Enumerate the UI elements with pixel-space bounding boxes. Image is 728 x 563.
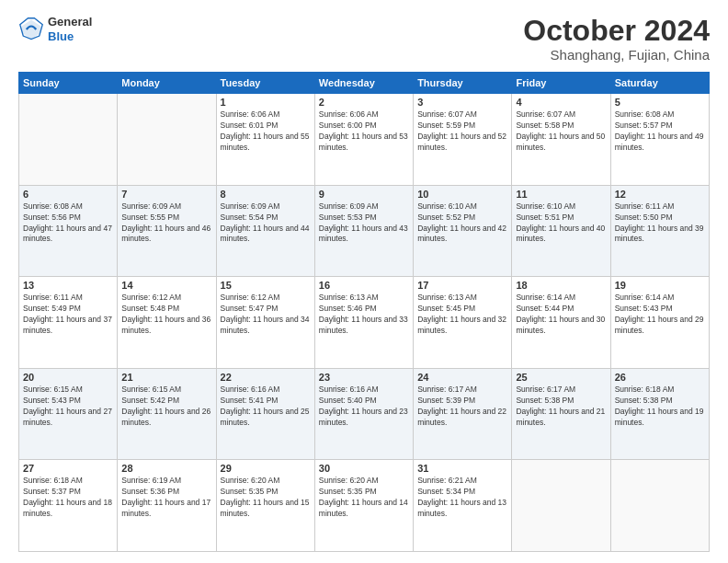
- day-info: Sunrise: 6:14 AM Sunset: 5:44 PM Dayligh…: [516, 293, 606, 337]
- day-info: Sunrise: 6:08 AM Sunset: 5:57 PM Dayligh…: [615, 109, 705, 154]
- day-number: 13: [23, 280, 113, 291]
- calendar-day-cell: 2Sunrise: 6:06 AM Sunset: 6:00 PM Daylig…: [314, 94, 413, 186]
- calendar-day-cell: 18Sunrise: 6:14 AM Sunset: 5:44 PM Dayli…: [512, 277, 610, 369]
- calendar-day-cell: 4Sunrise: 6:07 AM Sunset: 5:58 PM Daylig…: [512, 94, 610, 186]
- calendar-day-cell: 10Sunrise: 6:10 AM Sunset: 5:52 PM Dayli…: [414, 185, 512, 277]
- day-number: 18: [516, 280, 606, 291]
- calendar-day-cell: [19, 94, 118, 186]
- calendar-day-cell: 1Sunrise: 6:06 AM Sunset: 6:01 PM Daylig…: [216, 94, 314, 186]
- day-number: 15: [221, 280, 311, 291]
- calendar-week-row: 27Sunrise: 6:18 AM Sunset: 5:37 PM Dayli…: [19, 460, 710, 552]
- day-number: 1: [221, 97, 311, 108]
- day-number: 17: [417, 280, 507, 291]
- weekday-header: Wednesday: [314, 73, 413, 94]
- day-info: Sunrise: 6:16 AM Sunset: 5:41 PM Dayligh…: [221, 385, 311, 429]
- day-number: 24: [417, 372, 507, 383]
- location-subtitle: Shanghang, Fujian, China: [523, 47, 710, 63]
- day-number: 11: [516, 189, 606, 200]
- day-number: 8: [221, 189, 311, 200]
- day-number: 27: [23, 463, 113, 474]
- calendar-day-cell: 9Sunrise: 6:09 AM Sunset: 5:53 PM Daylig…: [314, 185, 413, 277]
- day-info: Sunrise: 6:11 AM Sunset: 5:50 PM Dayligh…: [615, 201, 705, 246]
- calendar-day-cell: 7Sunrise: 6:09 AM Sunset: 5:55 PM Daylig…: [118, 185, 216, 277]
- day-info: Sunrise: 6:13 AM Sunset: 5:45 PM Dayligh…: [417, 293, 507, 337]
- day-number: 9: [319, 189, 409, 200]
- day-info: Sunrise: 6:15 AM Sunset: 5:42 PM Dayligh…: [121, 385, 211, 429]
- calendar-day-cell: [118, 94, 216, 186]
- day-number: 12: [615, 189, 705, 200]
- day-number: 14: [121, 280, 211, 291]
- day-number: 20: [23, 372, 113, 383]
- calendar-day-cell: 17Sunrise: 6:13 AM Sunset: 5:45 PM Dayli…: [414, 277, 512, 369]
- calendar-day-cell: 3Sunrise: 6:07 AM Sunset: 5:59 PM Daylig…: [414, 94, 512, 186]
- day-info: Sunrise: 6:21 AM Sunset: 5:34 PM Dayligh…: [417, 476, 507, 520]
- calendar-day-cell: 30Sunrise: 6:20 AM Sunset: 5:35 PM Dayli…: [314, 460, 413, 552]
- calendar-week-row: 1Sunrise: 6:06 AM Sunset: 6:01 PM Daylig…: [19, 94, 710, 186]
- calendar-day-cell: 24Sunrise: 6:17 AM Sunset: 5:39 PM Dayli…: [414, 368, 512, 460]
- day-info: Sunrise: 6:10 AM Sunset: 5:52 PM Dayligh…: [417, 201, 507, 246]
- weekday-header: Friday: [512, 73, 610, 94]
- calendar-table: SundayMondayTuesdayWednesdayThursdayFrid…: [18, 72, 710, 552]
- month-year-title: October 2024: [523, 15, 710, 47]
- weekday-header: Sunday: [19, 73, 118, 94]
- calendar-day-cell: 28Sunrise: 6:19 AM Sunset: 5:36 PM Dayli…: [118, 460, 216, 552]
- day-info: Sunrise: 6:11 AM Sunset: 5:49 PM Dayligh…: [23, 293, 113, 337]
- day-number: 26: [615, 372, 705, 383]
- day-info: Sunrise: 6:07 AM Sunset: 5:58 PM Dayligh…: [516, 109, 606, 154]
- day-info: Sunrise: 6:09 AM Sunset: 5:55 PM Dayligh…: [121, 201, 211, 246]
- day-info: Sunrise: 6:15 AM Sunset: 5:43 PM Dayligh…: [23, 385, 113, 429]
- logo-icon: [18, 17, 44, 42]
- day-info: Sunrise: 6:09 AM Sunset: 5:54 PM Dayligh…: [221, 201, 311, 246]
- calendar-day-cell: 15Sunrise: 6:12 AM Sunset: 5:47 PM Dayli…: [216, 277, 314, 369]
- calendar-day-cell: 13Sunrise: 6:11 AM Sunset: 5:49 PM Dayli…: [19, 277, 118, 369]
- day-number: 3: [417, 97, 507, 108]
- day-number: 19: [615, 280, 705, 291]
- logo-text: General Blue: [48, 15, 92, 43]
- day-info: Sunrise: 6:14 AM Sunset: 5:43 PM Dayligh…: [615, 293, 705, 337]
- day-number: 23: [319, 372, 409, 383]
- title-block: October 2024 Shanghang, Fujian, China: [523, 15, 710, 63]
- day-number: 22: [221, 372, 311, 383]
- day-info: Sunrise: 6:12 AM Sunset: 5:48 PM Dayligh…: [121, 293, 211, 337]
- calendar-day-cell: 29Sunrise: 6:20 AM Sunset: 5:35 PM Dayli…: [216, 460, 314, 552]
- day-number: 5: [615, 97, 705, 108]
- calendar-day-cell: 6Sunrise: 6:08 AM Sunset: 5:56 PM Daylig…: [19, 185, 118, 277]
- calendar-day-cell: 14Sunrise: 6:12 AM Sunset: 5:48 PM Dayli…: [118, 277, 216, 369]
- day-number: 29: [221, 463, 311, 474]
- day-info: Sunrise: 6:06 AM Sunset: 6:01 PM Dayligh…: [221, 109, 311, 154]
- day-info: Sunrise: 6:08 AM Sunset: 5:56 PM Dayligh…: [23, 201, 113, 246]
- day-info: Sunrise: 6:12 AM Sunset: 5:47 PM Dayligh…: [221, 293, 311, 337]
- day-info: Sunrise: 6:13 AM Sunset: 5:46 PM Dayligh…: [319, 293, 409, 337]
- calendar-day-cell: 5Sunrise: 6:08 AM Sunset: 5:57 PM Daylig…: [610, 94, 709, 186]
- weekday-header: Tuesday: [216, 73, 314, 94]
- weekday-header: Saturday: [610, 73, 709, 94]
- weekday-header: Monday: [118, 73, 216, 94]
- day-number: 28: [121, 463, 211, 474]
- day-number: 21: [121, 372, 211, 383]
- logo: General Blue: [18, 15, 92, 43]
- calendar-day-cell: [610, 460, 709, 552]
- page: General Blue October 2024 Shanghang, Fuj…: [0, 0, 728, 563]
- day-number: 25: [516, 372, 606, 383]
- day-info: Sunrise: 6:20 AM Sunset: 5:35 PM Dayligh…: [319, 476, 409, 520]
- header: General Blue October 2024 Shanghang, Fuj…: [18, 15, 710, 63]
- day-info: Sunrise: 6:20 AM Sunset: 5:35 PM Dayligh…: [221, 476, 311, 520]
- calendar-day-cell: 20Sunrise: 6:15 AM Sunset: 5:43 PM Dayli…: [19, 368, 118, 460]
- calendar-day-cell: 12Sunrise: 6:11 AM Sunset: 5:50 PM Dayli…: [610, 185, 709, 277]
- weekday-header: Thursday: [414, 73, 512, 94]
- day-number: 6: [23, 189, 113, 200]
- day-info: Sunrise: 6:06 AM Sunset: 6:00 PM Dayligh…: [319, 109, 409, 154]
- day-info: Sunrise: 6:17 AM Sunset: 5:39 PM Dayligh…: [417, 385, 507, 429]
- day-number: 2: [319, 97, 409, 108]
- day-info: Sunrise: 6:19 AM Sunset: 5:36 PM Dayligh…: [121, 476, 211, 520]
- calendar-day-cell: 22Sunrise: 6:16 AM Sunset: 5:41 PM Dayli…: [216, 368, 314, 460]
- calendar-week-row: 13Sunrise: 6:11 AM Sunset: 5:49 PM Dayli…: [19, 277, 710, 369]
- calendar-day-cell: 8Sunrise: 6:09 AM Sunset: 5:54 PM Daylig…: [216, 185, 314, 277]
- day-info: Sunrise: 6:18 AM Sunset: 5:37 PM Dayligh…: [23, 476, 113, 520]
- calendar-day-cell: 31Sunrise: 6:21 AM Sunset: 5:34 PM Dayli…: [414, 460, 512, 552]
- day-number: 16: [319, 280, 409, 291]
- logo-general: General: [48, 15, 92, 29]
- calendar-header-row: SundayMondayTuesdayWednesdayThursdayFrid…: [19, 73, 710, 94]
- day-number: 7: [121, 189, 211, 200]
- calendar-day-cell: 16Sunrise: 6:13 AM Sunset: 5:46 PM Dayli…: [314, 277, 413, 369]
